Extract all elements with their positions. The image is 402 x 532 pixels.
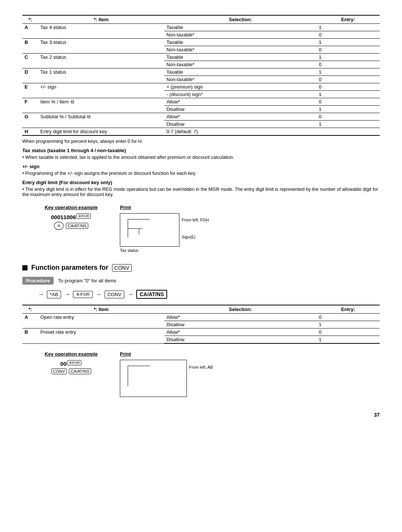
col-header-item: *: Item <box>38 15 164 24</box>
key-op-title-2: Key operation example <box>45 351 98 357</box>
arrow-3: → <box>96 291 102 298</box>
key-row-2b: CONV CA/AT/NS <box>51 368 92 375</box>
key-op-box-2: Key operation example 00⑧/FOR CONV CA/AT… <box>45 351 98 375</box>
table1-note: When programming for percent keys, alway… <box>22 139 380 144</box>
key-row-1: 00011006⑧/FOR <box>51 213 91 220</box>
table-row: A <box>22 314 38 329</box>
tax-status-heading: Tax status (taxable 1 through 4 / non-ta… <box>22 148 380 153</box>
step-conv: CONV <box>105 291 125 298</box>
table-row: 1 <box>317 68 380 76</box>
table-row: Non-taxable* <box>164 31 316 39</box>
table-row: Tax 1 status <box>38 68 164 83</box>
table-row: Item % / Item ⊖ <box>38 98 164 113</box>
plus-minus-note: • Programming of the +/- sign assigns th… <box>22 171 380 176</box>
procedure-note: To program "0" for all items <box>58 278 116 283</box>
print-labels-1: From left, FGH Sign(E) <box>182 213 209 239</box>
table-row: Open rate entry <box>38 314 164 329</box>
table-row: 1 <box>317 106 380 113</box>
key-op-box-1: Key operation example 00011006⑧/FOR ⊖ CA… <box>45 205 98 230</box>
key-main-digits-2: 00 <box>60 360 67 367</box>
entry-digit-heading: Entry digit limit (For discount key only… <box>22 180 380 185</box>
table-row: Taxable <box>164 24 316 31</box>
table-row: C <box>22 54 38 68</box>
arrow-2: → <box>64 291 70 298</box>
ca-at-ns-btn-2: CA/AT/NS <box>69 368 91 374</box>
print-diagram-1 <box>120 213 179 247</box>
table-row: + (premium) sign <box>164 83 316 91</box>
table-row: 0 <box>317 83 380 91</box>
table-row: F <box>22 98 38 113</box>
table-row: Preset rate entry <box>38 329 164 344</box>
table-row: G <box>22 113 38 128</box>
table-row: +/- sign <box>38 83 164 98</box>
table-row: Taxable <box>164 39 316 46</box>
tax-status-note: • When taxable is selected, tax is appli… <box>22 155 380 160</box>
print-title-1: Print <box>120 205 131 210</box>
table-row: Disallow <box>164 321 316 329</box>
table-row: Disallow <box>164 121 316 128</box>
print-section-1: Print From left, FGH Sign(E) Tax status <box>120 205 209 253</box>
table-row: 1 <box>317 24 380 31</box>
table-row: 0 <box>317 329 380 336</box>
table-row: 1 <box>317 321 380 329</box>
procedure-badge: Procedure <box>22 277 54 285</box>
func-params-title: Function parameters for <box>31 264 108 272</box>
table-row: Entry digit limit for discount key <box>38 128 164 136</box>
print-label-sign: Sign(E) <box>182 235 209 239</box>
table-row: Disallow <box>164 106 316 113</box>
print-diagram-2 <box>120 360 187 397</box>
ca-at-ns-btn-1: CA/AT/NS <box>66 223 88 229</box>
col-header-selection: Selection: <box>164 15 316 24</box>
table-row: - (discount) sign* <box>164 91 316 98</box>
table-row: Tax 3 status <box>38 39 164 54</box>
table-row: 0 <box>317 314 380 321</box>
table-row: B <box>22 39 38 54</box>
table-row: 1 <box>317 336 380 344</box>
print-labels-2: From left, AB <box>189 360 213 369</box>
table-row: Tax 2 status <box>38 54 164 68</box>
step-ab: *AB <box>47 291 61 298</box>
table-row <box>317 128 380 136</box>
key-operation-section-1: Key operation example 00011006⑧/FOR ⊖ CA… <box>45 205 380 253</box>
table-row: Allow* <box>164 329 316 336</box>
table-row: Taxable <box>164 54 316 61</box>
procedure-row: Procedure To program "0" for all items <box>22 277 380 285</box>
key-main-digits: 00011006 <box>51 214 76 220</box>
table-row: 0 <box>317 31 380 39</box>
col-header-entry: Entry: <box>317 15 380 24</box>
step-ca-at-ns: CA/AT/NS <box>136 290 167 299</box>
table-row: 0 <box>317 46 380 54</box>
key-sequence-2: 00⑧/FOR CONV CA/AT/NS <box>51 360 92 375</box>
key-operation-section-2: Key operation example 00⑧/FOR CONV CA/AT… <box>45 351 380 397</box>
table-row: Allow* <box>164 113 316 121</box>
plus-minus-heading: +/- sign <box>22 164 380 169</box>
bfor-btn-2: ⑧/FOR <box>67 360 82 365</box>
table-row: 1 <box>317 54 380 61</box>
col2-header-item: *: Item <box>38 305 164 314</box>
tax-status-label: Tax status <box>120 248 138 253</box>
black-square-icon <box>22 265 28 270</box>
page-number: 37 <box>22 412 380 418</box>
table-row: 0 <box>317 76 380 83</box>
table-row: 1 <box>317 121 380 128</box>
print-title-2: Print <box>120 351 131 357</box>
key-sequence-1: 00011006⑧/FOR ⊖ CA/AT/NS <box>51 213 91 230</box>
table-row: Allow* <box>164 314 316 321</box>
table-row: 0-7 (default: 7) <box>164 128 316 136</box>
table-row: 1 <box>317 91 380 98</box>
arrow-4: → <box>127 291 133 298</box>
table-row: 1 <box>317 39 380 46</box>
print-label-fgh: From left, FGH <box>182 218 209 222</box>
col2-header-entry: Entry: <box>317 305 380 314</box>
table-row: 0 <box>317 61 380 68</box>
table-row: Taxable <box>164 68 316 76</box>
procedure-steps: → *AB → ⑧/FOR → CONV → CA/AT/NS <box>37 290 380 299</box>
table-row: H <box>22 128 38 136</box>
minus-circle-btn: ⊖ <box>54 222 64 230</box>
main-table: *: *: Item Selection: Entry: A Tax 4 sta… <box>22 15 380 136</box>
func-params-header: Function parameters for CONV <box>22 264 380 272</box>
table-row: Non-taxable* <box>164 61 316 68</box>
step-bfor: ⑧/FOR <box>73 291 92 298</box>
key-op-title-1: Key operation example <box>45 205 98 210</box>
bfor-btn-1: ⑧/FOR <box>76 214 91 219</box>
